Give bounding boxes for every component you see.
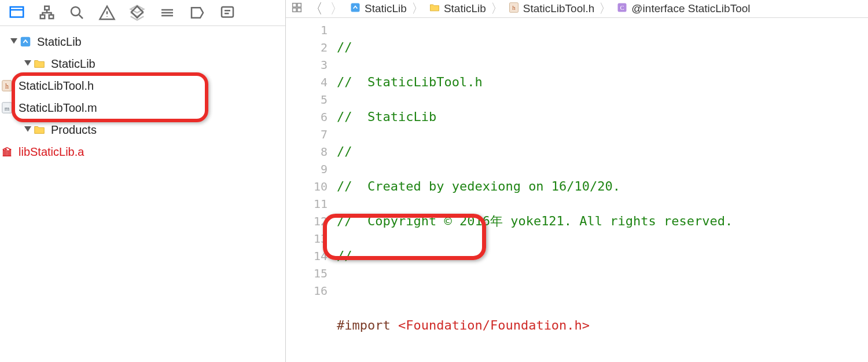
code-comment: // StaticLib <box>337 109 436 124</box>
folder-icon <box>429 2 440 16</box>
svg-rect-7 <box>21 37 31 47</box>
m-file-icon: m <box>0 101 14 115</box>
svg-rect-18 <box>351 3 360 12</box>
tree-item-label: Products <box>51 123 97 137</box>
svg-rect-2 <box>41 15 45 19</box>
project-tree: StaticLib StaticLib h StaticLibTool.h <box>0 26 285 163</box>
code-preproc: #import <box>337 318 398 332</box>
svg-marker-13 <box>24 126 31 132</box>
svg-marker-8 <box>24 60 31 66</box>
project-navigator-icon[interactable] <box>8 4 25 21</box>
tree-item-label: libStaticLib.a <box>19 145 84 159</box>
code-comment: // <box>337 144 352 159</box>
h-file-icon: h <box>0 79 14 93</box>
project-icon <box>19 35 32 49</box>
tree-file[interactable]: libStaticLib.a <box>0 141 285 163</box>
forward-button[interactable]: 〉 <box>330 2 344 16</box>
report-navigator-icon[interactable] <box>219 4 236 21</box>
tree-folder[interactable]: Products <box>0 119 285 141</box>
test-navigator-icon[interactable] <box>128 4 146 21</box>
code-comment: // <box>337 248 352 263</box>
code-comment: // <box>337 40 352 54</box>
code-editor[interactable]: // // StaticLibTool.h // StaticLib // //… <box>333 18 868 362</box>
breadcrumb-symbol: @interface StaticLibTool <box>631 2 750 15</box>
tree-file[interactable]: m StaticLibTool.m <box>0 97 285 119</box>
tree-item-label: StaticLib <box>37 35 82 49</box>
svg-rect-15 <box>297 3 301 6</box>
h-file-icon: h <box>508 2 520 16</box>
code-preproc-arg: <Foundation/Foundation.h> <box>398 318 590 332</box>
breadcrumb-project: StaticLib <box>365 2 407 15</box>
tree-folder[interactable]: StaticLib <box>0 53 285 75</box>
svg-marker-6 <box>10 38 17 44</box>
project-icon <box>350 2 361 16</box>
svg-rect-1 <box>45 6 49 10</box>
svg-text:h: h <box>512 4 516 11</box>
tree-item-label: StaticLib <box>51 57 95 71</box>
svg-text:h: h <box>5 82 9 90</box>
class-icon: C <box>616 2 628 16</box>
tree-file[interactable]: h StaticLibTool.h <box>0 75 285 97</box>
breadcrumb-separator: 〉 <box>490 0 505 17</box>
search-navigator-icon[interactable] <box>68 4 86 21</box>
svg-rect-16 <box>293 8 296 11</box>
disclosure-icon[interactable] <box>23 59 32 68</box>
folder-icon <box>32 123 46 137</box>
svg-rect-3 <box>49 15 54 19</box>
tree-project-root[interactable]: StaticLib <box>0 31 285 53</box>
editor-toolbar: 〈 〉 StaticLib 〉 StaticLib 〉 h StaticLibT… <box>286 0 868 18</box>
svg-rect-14 <box>293 3 296 6</box>
hierarchy-navigator-icon[interactable] <box>38 4 56 21</box>
breadcrumb-separator: 〉 <box>598 0 613 17</box>
svg-point-4 <box>71 7 80 16</box>
library-icon <box>0 145 14 159</box>
tree-item-label: StaticLibTool.h <box>19 79 94 93</box>
disclosure-icon[interactable] <box>9 37 19 46</box>
tree-item-label: StaticLibTool.m <box>19 101 97 115</box>
breadcrumb-folder: StaticLib <box>444 2 486 15</box>
folder-icon <box>32 57 46 71</box>
code-comment: // Created by yedexiong on 16/10/20. <box>337 179 620 193</box>
breadcrumb[interactable]: StaticLib 〉 StaticLib 〉 h StaticLibTool.… <box>350 0 751 17</box>
breadcrumb-file: StaticLibTool.h <box>523 2 595 15</box>
line-gutter[interactable]: 12345678 910111213141516 <box>286 18 333 362</box>
breadcrumb-separator: 〉 <box>410 0 425 17</box>
breakpoint-navigator-icon[interactable] <box>189 4 206 21</box>
code-comment: // Copyright © 2016年 yoke121. All rights… <box>337 214 733 228</box>
related-items-icon[interactable] <box>290 1 303 17</box>
svg-text:m: m <box>5 105 10 112</box>
disclosure-icon[interactable] <box>23 125 32 134</box>
svg-rect-5 <box>222 7 233 17</box>
code-comment: // StaticLibTool.h <box>337 75 483 89</box>
svg-rect-0 <box>10 7 24 17</box>
navigator-tabs <box>0 0 285 26</box>
svg-rect-17 <box>297 8 301 11</box>
debug-navigator-icon[interactable] <box>159 4 176 21</box>
issue-navigator-icon[interactable] <box>98 4 116 21</box>
svg-text:C: C <box>620 4 624 11</box>
back-button[interactable]: 〈 <box>309 2 323 16</box>
